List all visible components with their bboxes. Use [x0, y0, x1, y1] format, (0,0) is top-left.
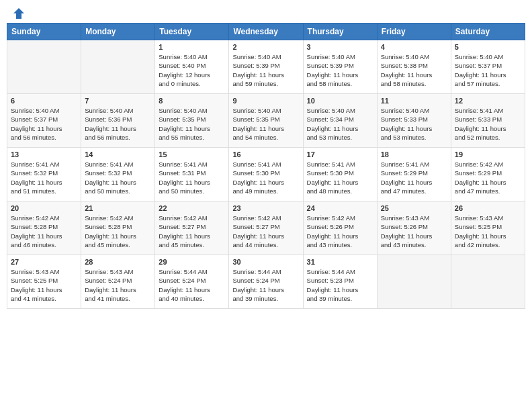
day-number: 13	[11, 150, 77, 158]
day-number: 16	[232, 150, 299, 158]
day-number: 28	[85, 258, 151, 266]
calendar-cell: 29Sunrise: 5:44 AM Sunset: 5:24 PM Dayli…	[155, 255, 229, 309]
day-number: 15	[159, 150, 225, 158]
day-info: Sunrise: 5:43 AM Sunset: 5:25 PM Dayligh…	[11, 267, 77, 303]
day-number: 18	[381, 150, 447, 158]
day-info: Sunrise: 5:41 AM Sunset: 5:32 PM Dayligh…	[11, 160, 77, 195]
day-info: Sunrise: 5:41 AM Sunset: 5:31 PM Dayligh…	[159, 160, 225, 195]
calendar-cell: 26Sunrise: 5:43 AM Sunset: 5:25 PM Dayli…	[451, 201, 525, 255]
calendar-cell: 30Sunrise: 5:44 AM Sunset: 5:24 PM Dayli…	[229, 255, 303, 309]
calendar-week-row: 6Sunrise: 5:40 AM Sunset: 5:37 PM Daylig…	[7, 94, 525, 148]
logo-icon	[12, 7, 26, 20]
day-number: 2	[232, 43, 299, 51]
day-number: 20	[11, 204, 77, 212]
calendar-day-header: Monday	[81, 24, 155, 40]
calendar-cell: 24Sunrise: 5:42 AM Sunset: 5:26 PM Dayli…	[303, 201, 377, 255]
page-header	[7, 7, 525, 17]
day-number: 10	[307, 97, 373, 105]
day-number: 5	[455, 43, 521, 51]
day-number: 17	[307, 150, 373, 158]
calendar-day-header: Sunday	[7, 24, 81, 40]
day-info: Sunrise: 5:44 AM Sunset: 5:23 PM Dayligh…	[307, 267, 373, 303]
day-number: 3	[307, 43, 373, 51]
day-info: Sunrise: 5:40 AM Sunset: 5:39 PM Dayligh…	[307, 52, 373, 88]
day-info: Sunrise: 5:41 AM Sunset: 5:29 PM Dayligh…	[381, 160, 447, 195]
day-number: 11	[381, 97, 447, 105]
day-number: 4	[381, 43, 447, 51]
calendar-cell: 22Sunrise: 5:42 AM Sunset: 5:27 PM Dayli…	[155, 201, 229, 255]
day-info: Sunrise: 5:42 AM Sunset: 5:27 PM Dayligh…	[159, 214, 225, 249]
calendar-cell: 7Sunrise: 5:40 AM Sunset: 5:36 PM Daylig…	[81, 94, 155, 148]
calendar-cell: 25Sunrise: 5:43 AM Sunset: 5:26 PM Dayli…	[377, 201, 451, 255]
calendar-header-row: SundayMondayTuesdayWednesdayThursdayFrid…	[7, 24, 525, 40]
calendar-table: SundayMondayTuesdayWednesdayThursdayFrid…	[7, 23, 525, 309]
calendar-cell: 9Sunrise: 5:40 AM Sunset: 5:35 PM Daylig…	[229, 94, 303, 148]
day-number: 23	[232, 204, 299, 212]
calendar-cell	[377, 255, 451, 309]
day-number: 12	[455, 97, 521, 105]
calendar-cell: 12Sunrise: 5:41 AM Sunset: 5:33 PM Dayli…	[451, 94, 525, 148]
day-number: 26	[455, 204, 521, 212]
day-info: Sunrise: 5:40 AM Sunset: 5:35 PM Dayligh…	[232, 106, 299, 142]
calendar-cell: 19Sunrise: 5:42 AM Sunset: 5:29 PM Dayli…	[451, 148, 525, 201]
calendar-day-header: Saturday	[451, 24, 525, 40]
calendar-cell: 1Sunrise: 5:40 AM Sunset: 5:40 PM Daylig…	[155, 40, 229, 94]
calendar-week-row: 13Sunrise: 5:41 AM Sunset: 5:32 PM Dayli…	[7, 148, 525, 201]
calendar-cell: 14Sunrise: 5:41 AM Sunset: 5:32 PM Dayli…	[81, 148, 155, 201]
day-number: 6	[11, 97, 77, 105]
calendar-cell: 15Sunrise: 5:41 AM Sunset: 5:31 PM Dayli…	[155, 148, 229, 201]
day-info: Sunrise: 5:41 AM Sunset: 5:30 PM Dayligh…	[232, 160, 299, 195]
day-number: 7	[85, 97, 151, 105]
day-info: Sunrise: 5:43 AM Sunset: 5:25 PM Dayligh…	[455, 214, 521, 249]
day-info: Sunrise: 5:42 AM Sunset: 5:27 PM Dayligh…	[232, 214, 299, 249]
day-info: Sunrise: 5:42 AM Sunset: 5:29 PM Dayligh…	[455, 160, 521, 195]
calendar-cell: 21Sunrise: 5:42 AM Sunset: 5:28 PM Dayli…	[81, 201, 155, 255]
calendar-cell: 3Sunrise: 5:40 AM Sunset: 5:39 PM Daylig…	[303, 40, 377, 94]
day-number: 27	[11, 258, 77, 266]
calendar-cell: 13Sunrise: 5:41 AM Sunset: 5:32 PM Dayli…	[7, 148, 81, 201]
day-number: 25	[381, 204, 447, 212]
calendar-cell	[81, 40, 155, 94]
calendar-day-header: Tuesday	[155, 24, 229, 40]
day-info: Sunrise: 5:43 AM Sunset: 5:26 PM Dayligh…	[381, 214, 447, 249]
calendar-cell: 17Sunrise: 5:41 AM Sunset: 5:30 PM Dayli…	[303, 148, 377, 201]
day-number: 1	[159, 43, 225, 51]
calendar-cell: 6Sunrise: 5:40 AM Sunset: 5:37 PM Daylig…	[7, 94, 81, 148]
calendar-day-header: Thursday	[303, 24, 377, 40]
calendar-cell: 10Sunrise: 5:40 AM Sunset: 5:34 PM Dayli…	[303, 94, 377, 148]
calendar-cell: 4Sunrise: 5:40 AM Sunset: 5:38 PM Daylig…	[377, 40, 451, 94]
calendar-cell: 5Sunrise: 5:40 AM Sunset: 5:37 PM Daylig…	[451, 40, 525, 94]
day-info: Sunrise: 5:40 AM Sunset: 5:37 PM Dayligh…	[455, 52, 521, 88]
day-number: 14	[85, 150, 151, 158]
day-info: Sunrise: 5:41 AM Sunset: 5:30 PM Dayligh…	[307, 160, 373, 195]
calendar-day-header: Friday	[377, 24, 451, 40]
calendar-cell: 11Sunrise: 5:40 AM Sunset: 5:33 PM Dayli…	[377, 94, 451, 148]
day-info: Sunrise: 5:40 AM Sunset: 5:36 PM Dayligh…	[85, 106, 151, 142]
day-number: 21	[85, 204, 151, 212]
day-number: 8	[159, 97, 225, 105]
day-number: 9	[232, 97, 299, 105]
day-number: 29	[159, 258, 225, 266]
day-info: Sunrise: 5:44 AM Sunset: 5:24 PM Dayligh…	[232, 267, 299, 303]
day-info: Sunrise: 5:40 AM Sunset: 5:40 PM Dayligh…	[159, 52, 225, 88]
day-number: 30	[232, 258, 299, 266]
day-number: 24	[307, 204, 373, 212]
logo	[9, 7, 26, 17]
calendar-cell: 20Sunrise: 5:42 AM Sunset: 5:28 PM Dayli…	[7, 201, 81, 255]
day-info: Sunrise: 5:40 AM Sunset: 5:34 PM Dayligh…	[307, 106, 373, 142]
day-info: Sunrise: 5:40 AM Sunset: 5:35 PM Dayligh…	[159, 106, 225, 142]
calendar-cell: 23Sunrise: 5:42 AM Sunset: 5:27 PM Dayli…	[229, 201, 303, 255]
day-info: Sunrise: 5:40 AM Sunset: 5:39 PM Dayligh…	[232, 52, 299, 88]
svg-marker-0	[13, 8, 24, 19]
day-number: 22	[159, 204, 225, 212]
calendar-cell: 8Sunrise: 5:40 AM Sunset: 5:35 PM Daylig…	[155, 94, 229, 148]
day-info: Sunrise: 5:42 AM Sunset: 5:28 PM Dayligh…	[11, 214, 77, 249]
day-number: 31	[307, 258, 373, 266]
day-info: Sunrise: 5:40 AM Sunset: 5:38 PM Dayligh…	[381, 52, 447, 88]
day-info: Sunrise: 5:42 AM Sunset: 5:28 PM Dayligh…	[85, 214, 151, 249]
calendar-cell: 27Sunrise: 5:43 AM Sunset: 5:25 PM Dayli…	[7, 255, 81, 309]
day-number: 19	[455, 150, 521, 158]
calendar-week-row: 20Sunrise: 5:42 AM Sunset: 5:28 PM Dayli…	[7, 201, 525, 255]
day-info: Sunrise: 5:40 AM Sunset: 5:33 PM Dayligh…	[381, 106, 447, 142]
calendar-cell: 28Sunrise: 5:43 AM Sunset: 5:24 PM Dayli…	[81, 255, 155, 309]
